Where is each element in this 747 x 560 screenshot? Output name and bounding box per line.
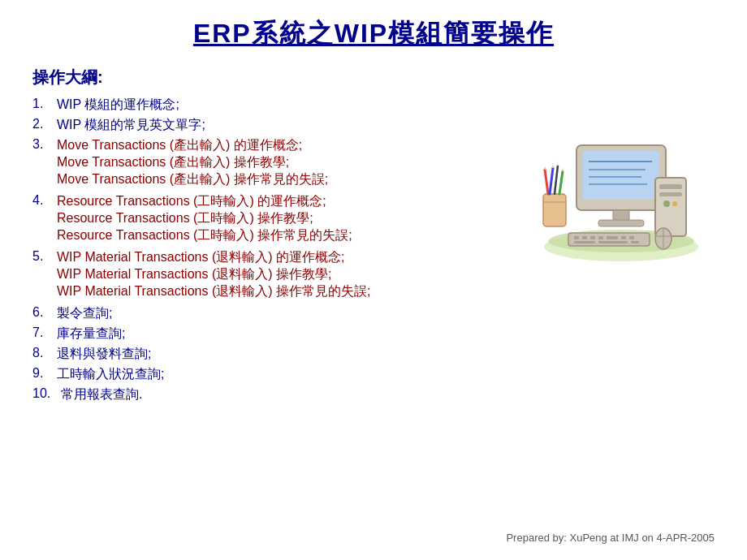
computer-illustration [532,97,710,267]
svg-rect-18 [590,236,595,239]
svg-line-33 [555,166,558,194]
item-5-sub-2: WIP Material Transactions (退料輸入) 操作常見的失誤… [57,283,370,300]
svg-rect-16 [574,236,579,239]
item-3-sub-2: Move Transactions (產出輸入) 操作常見的失誤; [57,171,328,188]
item-9-text: 工時輸入狀況查詢; [57,366,164,383]
svg-point-14 [672,201,677,206]
svg-marker-37 [557,162,559,166]
item-1-number: 1. [32,97,57,114]
svg-rect-9 [598,220,644,226]
svg-line-32 [550,168,553,194]
svg-rect-24 [598,241,628,243]
item-9-number: 9. [32,366,57,383]
list-section: 1. WIP 模組的運作概念; 2. WIP 模組的常見英文單字; 3. Mov… [32,97,528,407]
item-6-number: 6. [32,305,57,322]
item-8-number: 8. [32,346,57,363]
page: ERP系統之WIP模組簡要操作 操作大綱: 1. WIP 模組的運作概念; 2.… [0,0,747,560]
item-3-sub-1: Move Transactions (產出輸入) 操作教學; [57,154,328,171]
item-2-text: WIP 模組的常見英文單字; [57,117,205,134]
image-section [528,97,715,407]
svg-rect-20 [607,236,618,239]
item-8-text: 退料與發料查詢; [57,346,151,363]
svg-rect-22 [629,236,634,239]
item-3-number: 3. [32,137,57,192]
svg-rect-29 [543,194,566,226]
page-title: ERP系統之WIP模組簡要操作 [32,16,715,52]
item-5-sub-1: WIP Material Transactions (退料輸入) 操作教學; [57,266,370,283]
item-3-main: Move Transactions (產出輸入) 的運作概念; [57,137,328,154]
item-10-number: 10. [32,386,61,403]
svg-rect-12 [659,192,682,196]
item-1-text: WIP 模組的運作概念; [57,97,179,114]
svg-rect-17 [582,236,587,239]
item-2-number: 2. [32,117,57,134]
svg-rect-25 [631,241,639,243]
svg-point-13 [663,200,670,207]
svg-rect-23 [574,241,595,243]
footer: Prepared by: XuPeng at IMJ on 4-APR-2005 [506,532,715,544]
item-3-group: Move Transactions (產出輸入) 的運作概念; Move Tra… [57,137,328,192]
item-4-main: Resource Transactions (工時輸入) 的運作概念; [57,193,352,210]
item-7-text: 庫存量查詢; [57,325,125,342]
content-area: 1. WIP 模組的運作概念; 2. WIP 模組的常見英文單字; 3. Mov… [32,97,715,407]
svg-line-31 [545,170,548,194]
outline-heading: 操作大綱: [32,67,715,88]
svg-marker-38 [562,167,563,171]
item-5-group: WIP Material Transactions (退料輸入) 的運作概念; … [57,249,370,304]
svg-rect-11 [659,184,682,189]
item-4-group: Resource Transactions (工時輸入) 的運作概念; Reso… [57,193,352,248]
item-5-main: WIP Material Transactions (退料輸入) 的運作概念; [57,249,370,266]
item-4-sub-1: Resource Transactions (工時輸入) 操作教學; [57,210,352,227]
svg-rect-21 [621,236,626,239]
svg-marker-36 [552,164,554,168]
svg-marker-35 [544,166,546,170]
item-4-number: 4. [32,193,57,248]
svg-rect-19 [598,236,603,239]
item-6-text: 製令查詢; [57,305,112,322]
item-5-number: 5. [32,249,57,304]
item-4-sub-2: Resource Transactions (工時輸入) 操作常見的失誤; [57,227,352,244]
item-10-text: 常用報表查詢. [61,386,142,403]
svg-line-34 [559,171,563,194]
item-7-number: 7. [32,325,57,342]
svg-rect-3 [583,151,659,200]
